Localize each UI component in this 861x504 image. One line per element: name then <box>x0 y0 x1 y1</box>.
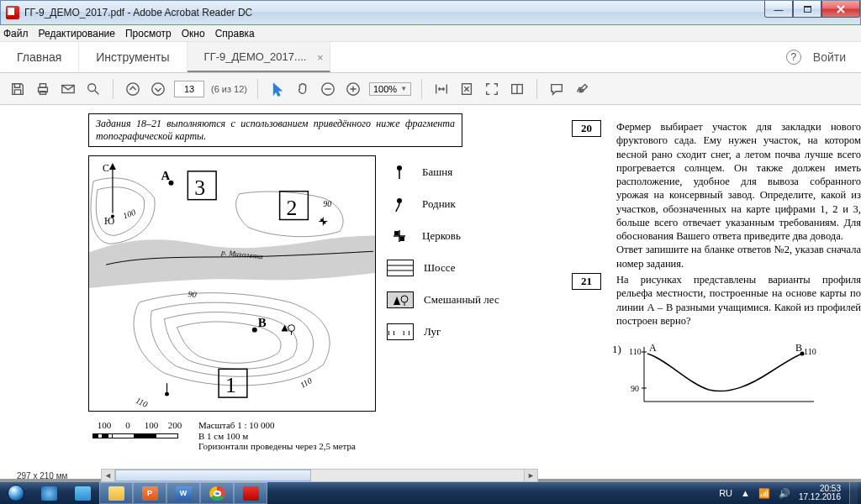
pdf-page-left: Задания 18–21 выполняются с использовани… <box>0 105 555 479</box>
menu-bar: Файл Редактирование Просмотр Окно Справк… <box>0 25 861 42</box>
legend-tower: Башня <box>422 165 452 179</box>
menu-file[interactable]: Файл <box>3 28 29 39</box>
svg-text:2: 2 <box>287 196 298 220</box>
legend-church: Церковь <box>422 229 461 243</box>
windows-orb-icon <box>8 485 24 501</box>
taskbar-chrome[interactable] <box>200 482 234 504</box>
taskbar-powerpoint[interactable]: P <box>133 482 166 504</box>
tray-language[interactable]: RU <box>719 488 732 498</box>
tray-network-icon[interactable]: 📶 <box>758 488 770 499</box>
separator <box>257 79 258 99</box>
signin-button[interactable]: Войти <box>813 50 846 64</box>
taskbar-word[interactable]: W <box>166 482 200 504</box>
separator <box>536 79 537 99</box>
tab-home[interactable]: Главная <box>0 42 79 72</box>
tray-volume-icon[interactable]: 🔊 <box>779 488 790 499</box>
svg-text:110: 110 <box>804 347 816 356</box>
svg-text:Ю: Ю <box>104 215 114 227</box>
page-left-pane: Задания 18–21 выполняются с использовани… <box>0 105 555 482</box>
svg-text:90: 90 <box>323 199 331 208</box>
page-number-input[interactable] <box>174 81 204 97</box>
taskbar-ie[interactable] <box>32 482 66 504</box>
svg-text:А: А <box>649 343 657 354</box>
tab-document[interactable]: ГГ-9_ДЕМО_2017.... × <box>188 42 331 72</box>
comment-icon[interactable] <box>547 80 566 98</box>
scroll-right-button[interactable]: ► <box>524 470 537 481</box>
fit-page-icon[interactable] <box>457 80 476 98</box>
question-20-text: Фермер выбирает участок для закладки нов… <box>616 120 861 270</box>
select-tool-icon[interactable] <box>268 80 287 98</box>
svg-text:90: 90 <box>188 289 197 299</box>
show-desktop-button[interactable] <box>849 482 858 504</box>
taskbar-explorer[interactable] <box>99 482 133 504</box>
zoom-select[interactable]: 100%▼ <box>369 82 411 96</box>
fit-width-icon[interactable] <box>432 80 451 98</box>
maximize-button[interactable] <box>793 1 821 18</box>
taskbar: P W RU ▲ 📶 🔊 20:5317.12.2016 <box>0 482 861 504</box>
svg-text:С: С <box>103 162 109 174</box>
minimize-button[interactable]: — <box>764 1 793 18</box>
menu-view[interactable]: Просмотр <box>125 28 172 39</box>
horizontal-scrollbar[interactable]: ◄ ► <box>101 469 538 482</box>
close-button[interactable] <box>821 1 860 18</box>
page-down-icon[interactable] <box>149 80 167 98</box>
fullscreen-icon[interactable] <box>483 80 501 98</box>
zoom-out-icon[interactable] <box>319 80 337 98</box>
menu-edit[interactable]: Редактирование <box>39 28 115 39</box>
content-area: Задания 18–21 выполняются с использовани… <box>0 105 861 482</box>
print-icon[interactable] <box>34 80 52 98</box>
separator <box>421 79 422 99</box>
save-icon[interactable] <box>8 80 27 98</box>
page-size-label: 297 x 210 мм <box>17 471 67 480</box>
map-legend: Башня Родник Церковь Шоссе Смешанный лес… <box>387 164 499 355</box>
tray-flag-icon[interactable]: ▲ <box>741 488 750 498</box>
start-button[interactable] <box>0 482 32 504</box>
tray-clock[interactable]: 20:5317.12.2016 <box>799 485 841 502</box>
question-21-number: 21 <box>572 273 601 290</box>
svg-point-6 <box>152 82 164 94</box>
zoom-in-icon[interactable] <box>344 80 362 98</box>
svg-text:А: А <box>161 169 171 182</box>
scroll-thumb[interactable] <box>115 470 311 481</box>
toolbar: (6 из 12) 100%▼ <box>0 73 861 105</box>
legend-road: Шоссе <box>424 261 455 275</box>
read-mode-icon[interactable] <box>508 80 526 98</box>
search-icon[interactable] <box>84 80 103 98</box>
instruction-box: Задания 18–21 выполняются с использовани… <box>88 113 462 147</box>
tab-tools[interactable]: Инструменты <box>79 42 187 72</box>
menu-help[interactable]: Справка <box>215 28 255 39</box>
window-titlebar: ГГ-9_ДЕМО_2017.pdf - Adobe Acrobat Reade… <box>0 0 861 25</box>
svg-rect-1 <box>40 83 45 87</box>
mail-icon[interactable] <box>59 80 77 98</box>
legend-forest: Смешанный лес <box>424 293 499 307</box>
topographic-map: С Ю А В 3 2 1 90 100 110 110 90 р. Михал… <box>88 155 376 412</box>
hand-tool-icon[interactable] <box>293 80 312 98</box>
page-right-pane: 20 Фермер выбирает участок для закладки … <box>555 105 861 482</box>
separator <box>113 79 114 99</box>
chevron-down-icon: ▼ <box>400 85 407 92</box>
svg-point-48 <box>401 296 408 302</box>
tabs-bar: Главная Инструменты ГГ-9_ДЕМО_2017.... ×… <box>0 42 861 73</box>
map-scale: 100 0 100 200 Масштаб 1 : 10 000 В 1 см … <box>92 420 356 451</box>
svg-text:1: 1 <box>225 373 236 397</box>
legend-meadow: Луг <box>424 325 441 339</box>
menu-window[interactable]: Окно <box>182 28 205 39</box>
close-tab-icon[interactable]: × <box>317 51 324 64</box>
svg-point-41 <box>397 198 402 203</box>
scroll-left-button[interactable]: ◄ <box>102 470 115 481</box>
sign-icon[interactable] <box>573 80 591 98</box>
system-tray: RU ▲ 📶 🔊 20:5317.12.2016 <box>719 482 861 504</box>
question-20-number: 20 <box>572 120 601 137</box>
svg-rect-34 <box>323 221 325 223</box>
page-up-icon[interactable] <box>124 80 142 98</box>
svg-rect-44 <box>394 231 399 235</box>
svg-text:110: 110 <box>135 396 150 409</box>
taskbar-media[interactable] <box>66 482 99 504</box>
svg-text:110: 110 <box>629 347 642 356</box>
window-title: ГГ-9_ДЕМО_2017.pdf - Adobe Acrobat Reade… <box>24 7 252 18</box>
tab-document-label: ГГ-9_ДЕМО_2017.... <box>204 50 307 63</box>
svg-text:В: В <box>258 316 267 329</box>
taskbar-acrobat[interactable] <box>234 482 267 504</box>
question-21-text: На рисунках представлены варианты профил… <box>616 273 861 328</box>
help-icon[interactable]: ? <box>786 50 801 65</box>
